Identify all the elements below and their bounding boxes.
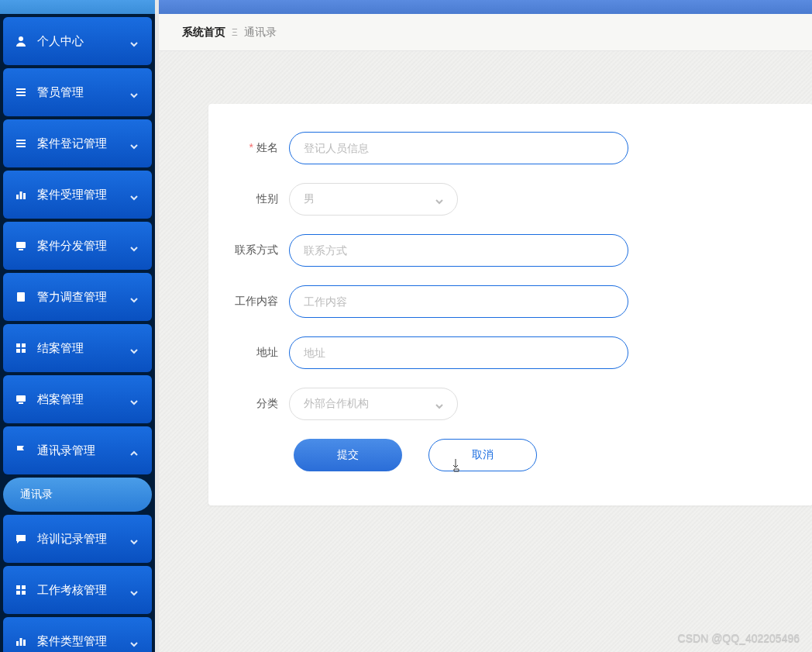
svg-rect-14 bbox=[19, 297, 23, 298]
sidebar-item-performance[interactable]: 工作考核管理 bbox=[3, 566, 152, 614]
svg-rect-2 bbox=[16, 91, 26, 93]
gender-select[interactable]: 男 bbox=[289, 183, 458, 216]
sidebar-item-personal[interactable]: 个人中心 bbox=[3, 17, 152, 65]
sidebar-item-training[interactable]: 培训记录管理 bbox=[3, 515, 152, 563]
svg-rect-26 bbox=[20, 638, 22, 646]
svg-rect-22 bbox=[22, 585, 26, 589]
form-card: 姓名 性别 男 联系方式 工作内容 地址 分类 外部合作机构 bbox=[208, 104, 812, 505]
svg-rect-20 bbox=[19, 402, 23, 404]
form-row-gender: 性别 男 bbox=[218, 183, 776, 216]
label-work: 工作内容 bbox=[218, 295, 289, 309]
address-input[interactable] bbox=[289, 336, 628, 369]
svg-rect-11 bbox=[19, 249, 23, 250]
grid-icon bbox=[14, 583, 28, 597]
sidebar-item-officer[interactable]: 警员管理 bbox=[3, 68, 152, 116]
sidebar-item-label: 档案管理 bbox=[37, 392, 84, 407]
chevron-down-icon bbox=[130, 88, 138, 96]
svg-rect-4 bbox=[16, 140, 26, 141]
sidebar-item-case-register[interactable]: 案件登记管理 bbox=[3, 119, 152, 167]
svg-rect-21 bbox=[16, 585, 20, 589]
sidebar-subitem-contacts[interactable]: 通讯录 bbox=[3, 478, 152, 512]
chat-icon bbox=[14, 532, 28, 546]
sidebar-item-case-distribute[interactable]: 案件分发管理 bbox=[3, 222, 152, 270]
gender-value: 男 bbox=[304, 192, 315, 206]
svg-rect-6 bbox=[16, 146, 26, 147]
svg-rect-16 bbox=[22, 343, 26, 347]
chevron-down-icon bbox=[130, 535, 138, 543]
label-gender: 性别 bbox=[218, 192, 289, 206]
cancel-button[interactable]: 取消 bbox=[428, 439, 537, 471]
main-content: 系统首页 Ξ 通讯录 姓名 性别 男 联系方式 工作内容 地址 bbox=[159, 14, 812, 652]
chevron-down-icon bbox=[130, 395, 138, 403]
sidebar-item-label: 警力调查管理 bbox=[37, 290, 107, 305]
submit-button[interactable]: 提交 bbox=[294, 439, 402, 471]
chevron-down-icon bbox=[130, 586, 138, 594]
sidebar-item-label: 通讯录管理 bbox=[37, 443, 95, 458]
sidebar-subitem-label: 通讯录 bbox=[20, 488, 53, 502]
svg-rect-23 bbox=[16, 591, 20, 595]
label-category: 分类 bbox=[218, 397, 289, 411]
svg-rect-10 bbox=[16, 242, 26, 248]
form-row-category: 分类 外部合作机构 bbox=[218, 388, 776, 420]
svg-rect-25 bbox=[16, 641, 19, 646]
label-address: 地址 bbox=[218, 346, 289, 360]
sidebar-item-label: 结案管理 bbox=[37, 341, 84, 356]
cursor-icon bbox=[451, 458, 462, 472]
clipboard-icon bbox=[14, 290, 28, 304]
svg-rect-3 bbox=[16, 95, 26, 96]
bars-icon bbox=[14, 85, 28, 99]
sidebar-item-archive[interactable]: 档案管理 bbox=[3, 375, 152, 423]
svg-rect-13 bbox=[19, 295, 23, 296]
monitor-icon bbox=[14, 392, 28, 406]
chevron-up-icon bbox=[130, 447, 138, 454]
sidebar-item-label: 案件登记管理 bbox=[37, 136, 107, 151]
breadcrumb: 系统首页 Ξ 通讯录 bbox=[159, 14, 812, 51]
chevron-down-icon bbox=[130, 37, 138, 45]
category-value: 外部合作机构 bbox=[304, 397, 369, 411]
chevron-down-icon bbox=[435, 400, 443, 408]
svg-rect-24 bbox=[22, 591, 26, 595]
name-input[interactable] bbox=[289, 132, 628, 164]
svg-rect-5 bbox=[16, 143, 26, 144]
svg-rect-9 bbox=[23, 193, 26, 199]
top-header-bar bbox=[159, 0, 812, 14]
sidebar-item-label: 警员管理 bbox=[37, 85, 84, 100]
monitor-icon bbox=[14, 239, 28, 253]
svg-rect-27 bbox=[23, 640, 26, 646]
chart-icon bbox=[14, 634, 28, 648]
svg-rect-19 bbox=[16, 395, 26, 402]
sidebar-item-contacts[interactable]: 通讯录管理 bbox=[3, 426, 152, 474]
svg-rect-18 bbox=[22, 349, 26, 353]
sidebar-item-investigation[interactable]: 警力调查管理 bbox=[3, 273, 152, 321]
sidebar-item-label: 培训记录管理 bbox=[37, 532, 107, 547]
chevron-down-icon bbox=[130, 191, 138, 198]
cancel-label: 取消 bbox=[472, 448, 494, 462]
sidebar-logo-area bbox=[0, 0, 155, 14]
sidebar-item-label: 工作考核管理 bbox=[37, 583, 107, 598]
contact-input[interactable] bbox=[289, 234, 628, 267]
form-row-address: 地址 bbox=[218, 336, 776, 369]
chevron-down-icon bbox=[435, 195, 443, 203]
sidebar-item-label: 案件类型管理 bbox=[37, 634, 107, 649]
grid-icon bbox=[14, 341, 28, 355]
sidebar-item-case-close[interactable]: 结案管理 bbox=[3, 324, 152, 372]
sidebar-item-label: 案件受理管理 bbox=[37, 188, 107, 202]
label-name: 姓名 bbox=[218, 141, 289, 155]
breadcrumb-current: 通讯录 bbox=[244, 26, 277, 40]
svg-rect-15 bbox=[16, 343, 20, 347]
sidebar-item-case-type[interactable]: 案件类型管理 bbox=[3, 617, 152, 652]
bars-icon bbox=[14, 136, 28, 150]
svg-point-0 bbox=[19, 36, 23, 41]
button-row: 提交 取消 bbox=[218, 439, 776, 471]
breadcrumb-home[interactable]: 系统首页 bbox=[182, 26, 225, 40]
svg-rect-7 bbox=[16, 195, 19, 199]
category-select[interactable]: 外部合作机构 bbox=[289, 388, 458, 420]
person-icon bbox=[14, 34, 28, 48]
label-contact: 联系方式 bbox=[218, 243, 289, 257]
form-row-name: 姓名 bbox=[218, 132, 776, 164]
chevron-down-icon bbox=[130, 293, 138, 301]
flag-icon bbox=[14, 443, 28, 457]
work-input[interactable] bbox=[289, 285, 628, 318]
form-row-contact: 联系方式 bbox=[218, 234, 776, 267]
sidebar-item-case-accept[interactable]: 案件受理管理 bbox=[3, 171, 152, 219]
